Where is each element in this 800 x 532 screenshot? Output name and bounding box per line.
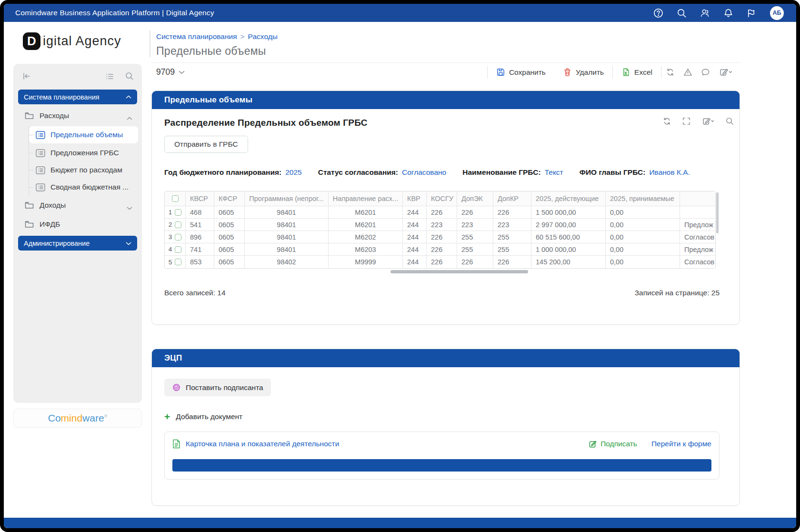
sidebar-folder-expenses[interactable]: Расходы (17, 106, 138, 125)
table-row[interactable]: 4741060598401М62032442262552551 000 000,… (165, 243, 715, 256)
table-row[interactable]: 3896060598401М620224422625525560 515 600… (165, 231, 715, 243)
row-checkbox[interactable] (175, 221, 181, 228)
table-cell: 468 (186, 206, 214, 218)
table-cell: 226 (427, 206, 457, 218)
table-row[interactable]: 5853060598402М9999244226226226145 200,00… (165, 256, 715, 268)
table-header-cell: 2025, действующие (531, 191, 606, 206)
collapse-sidebar-icon[interactable] (22, 71, 31, 81)
send-to-grbs-button[interactable]: Отправить в ГРБС (164, 136, 248, 153)
field-grbs-head: ФИО главы ГРБС:Иванов К.А. (580, 168, 690, 177)
nav-panel: Система планирования Расходы Предел (13, 64, 142, 403)
refresh-icon[interactable] (666, 68, 675, 77)
record-fields: Год бюджетного планирования:2025 Статус … (164, 168, 727, 177)
sign-button[interactable]: Подписать (589, 440, 637, 448)
table-cell: 226 (493, 206, 531, 218)
chevron-up-icon (127, 114, 132, 118)
sidebar-item-planning-system[interactable]: Система планирования (18, 90, 137, 104)
help-icon[interactable] (653, 8, 663, 18)
table-row[interactable]: 1468060598401М62012442262262261 500 000,… (165, 206, 715, 219)
table-header-cell: КВСР (186, 191, 214, 206)
table-header-cell: ДопЭК (457, 191, 493, 206)
sidebar-folder-ifdb[interactable]: ИФДБ (17, 215, 138, 234)
set-signer-button[interactable]: Поставить подписанта (164, 379, 271, 396)
main-content: Система планирования>Расходы Предельные … (151, 22, 744, 528)
comment-icon[interactable] (701, 68, 710, 77)
field-approval-status-value[interactable]: Согласовано (402, 168, 446, 176)
table-row[interactable]: 2541060598401М62012442232232232 997 000,… (165, 219, 715, 231)
row-checkbox[interactable] (175, 259, 181, 265)
search-icon[interactable] (725, 117, 734, 126)
add-document-button[interactable]: + Добавить документ (164, 412, 727, 421)
sidebar-item-expense-budget[interactable]: Бюджет по расходам (29, 161, 138, 179)
folder-icon (25, 221, 34, 228)
edit-icon[interactable] (719, 68, 733, 77)
field-grbs-name-value[interactable]: Текст (545, 168, 563, 176)
field-grbs-head-value[interactable]: Иванов К.А. (649, 168, 690, 176)
row-number: 5 (169, 259, 172, 266)
grid-tools (658, 117, 739, 126)
row-number: 2 (169, 221, 172, 228)
sidebar-folder-income[interactable]: Доходы (17, 196, 138, 215)
app-title: Comindware Business Application Platform… (15, 9, 214, 17)
breadcrumb-link-expenses[interactable]: Расходы (248, 32, 278, 40)
table-cell: 98401 (245, 231, 329, 243)
nav-search-icon[interactable] (125, 71, 134, 81)
panel-title: Предельные объемы (152, 91, 740, 109)
sidebar-item-consolidated-budget[interactable]: Сводная бюджетная ... (29, 179, 138, 196)
table-cell: Согласов (680, 256, 716, 268)
chevron-down-icon (126, 241, 131, 245)
table-cell: 244 (403, 256, 427, 268)
row-checkbox[interactable] (175, 234, 181, 241)
table-cell (680, 206, 716, 218)
sign-icon (589, 440, 597, 448)
row-select-cell: 4 (165, 243, 186, 255)
expand-icon[interactable] (682, 117, 691, 126)
refresh-icon[interactable] (662, 117, 671, 126)
search-icon[interactable] (677, 8, 687, 18)
records-per-page[interactable]: Записей на странице: 25 (635, 289, 720, 297)
avatar[interactable]: АБ (770, 6, 784, 20)
field-approval-status: Статус согласования:Согласовано (318, 168, 447, 177)
row-select-cell: 3 (165, 231, 186, 243)
excel-export-button[interactable]: Excel (613, 68, 661, 77)
bell-icon[interactable] (723, 8, 733, 18)
flag-icon[interactable] (747, 8, 757, 18)
list-view-icon[interactable] (105, 71, 114, 81)
record-id-dropdown[interactable]: 9709 (156, 67, 185, 77)
comindware-logo: Comindware® (13, 409, 142, 428)
warning-icon[interactable] (683, 68, 692, 77)
chevron-down-icon (179, 70, 185, 74)
table-header-cell: КОСГУ (427, 191, 457, 206)
table-cell: 226 (493, 256, 531, 268)
logo-mark: D (23, 32, 40, 50)
breadcrumb-link-planning[interactable]: Система планирования (156, 32, 237, 40)
document-link[interactable]: Карточка плана и показателей деятельност… (186, 440, 339, 448)
app-window: Comindware Business Application Platform… (0, 0, 800, 532)
save-button[interactable]: Сохранить (488, 68, 554, 77)
panel-title: ЭЦП (152, 349, 740, 367)
row-checkbox[interactable] (175, 209, 181, 216)
table-header-cell: КФСР (214, 191, 245, 206)
horizontal-scrollbar-thumb[interactable] (390, 270, 529, 273)
row-checkbox[interactable] (175, 246, 181, 253)
sidebar-item-administration[interactable]: Администрирование (18, 236, 137, 251)
table-cell: 2 997 000,00 (531, 219, 606, 231)
field-budget-year-value[interactable]: 2025 (285, 168, 301, 176)
goto-form-link[interactable]: Перейти к форме (651, 440, 711, 448)
select-all-checkbox[interactable] (172, 195, 179, 202)
table-cell: 255 (493, 231, 531, 243)
table-header-cell: КВР (403, 191, 427, 206)
table-cell: 98402 (245, 256, 329, 268)
edit-icon[interactable] (701, 117, 715, 126)
users-icon[interactable] (700, 8, 710, 18)
breadcrumb: Система планирования>Расходы (156, 32, 278, 41)
sidebar-item-grbs-proposals[interactable]: Предложения ГРБС (29, 144, 138, 161)
vertical-scrollbar[interactable] (716, 192, 719, 233)
delete-button[interactable]: Удалить (554, 68, 612, 77)
logo-text: igital Agency (43, 34, 121, 49)
table-cell: 0,00 (606, 219, 680, 231)
table-cell: 896 (186, 231, 214, 243)
table-cell: 223 (457, 219, 493, 231)
table-cell: 223 (427, 219, 457, 231)
sidebar-item-limit-volumes[interactable]: Предельные объемы (29, 126, 138, 143)
